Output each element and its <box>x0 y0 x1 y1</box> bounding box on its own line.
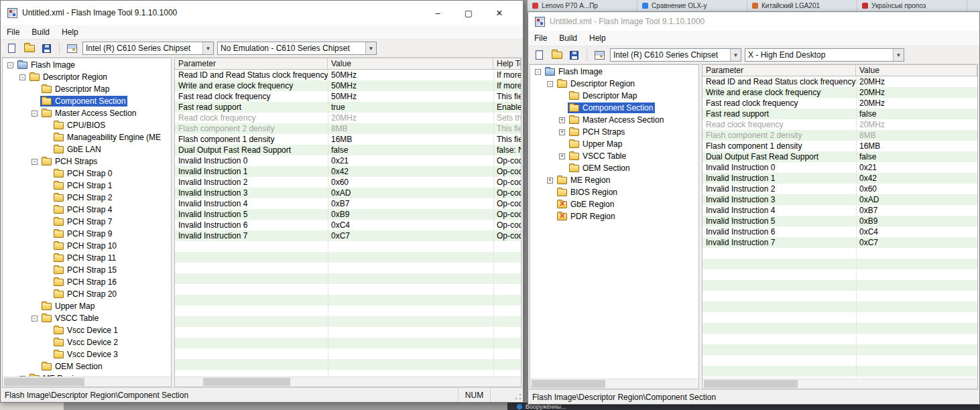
resize-grip[interactable] <box>513 388 523 402</box>
param-row-invalid-instruction-2[interactable]: Invalid Instruction 20x60Op-cod <box>175 177 521 188</box>
maximize-button[interactable]: ▢ <box>453 1 484 25</box>
tree-item-me-region[interactable]: +ME Region <box>531 174 698 186</box>
tree-item-descriptor-region[interactable]: -Descriptor Region <box>3 71 170 83</box>
param-row-invalid-instruction-2[interactable]: Invalid Instruction 20x60 <box>702 184 977 194</box>
tree-horizontal-scrollbar[interactable] <box>530 379 698 389</box>
open-file-button[interactable] <box>550 48 564 62</box>
menu-build[interactable]: Build <box>553 33 583 43</box>
tree-item-descriptor-map[interactable]: Descriptor Map <box>3 83 170 95</box>
column-header-value[interactable]: Value <box>856 65 977 76</box>
tree-item-pch-strap-7[interactable]: PCH Strap 7 <box>3 216 170 228</box>
collapse-icon[interactable]: - <box>32 159 38 165</box>
collapse-icon[interactable]: - <box>7 62 13 68</box>
param-row-read-id-and-read-status-clock-frequency[interactable]: Read ID and Read Status clock frequency5… <box>175 70 521 80</box>
tree-item-manageability-engine-me[interactable]: Manageability Engine (ME <box>3 131 170 143</box>
param-row-invalid-instruction-1[interactable]: Invalid Instruction 10x42Op-cod <box>175 166 521 177</box>
expand-icon[interactable]: + <box>559 153 565 159</box>
chipset-select[interactable]: Intel (R) C610 Series Chipset ▼ <box>82 42 214 55</box>
param-row-invalid-instruction-5[interactable]: Invalid Instruction 50xB9Op-cod <box>175 209 521 220</box>
param-row-fast-read-clock-frequency[interactable]: Fast read clock frequency20MHz <box>702 98 977 109</box>
param-row-flash-component-1-density[interactable]: Flash component 1 density16MB <box>702 141 977 151</box>
param-row-write-and-erase-clock-frequency[interactable]: Write and erase clock frequency20MHz <box>702 87 977 98</box>
menu-help[interactable]: Help <box>56 27 84 37</box>
expand-icon[interactable]: + <box>547 178 553 184</box>
collapse-icon[interactable]: - <box>535 69 541 75</box>
param-row-read-id-and-read-status-clock-frequency[interactable]: Read ID and Read Status clock frequency2… <box>702 76 977 87</box>
browser-tab-lga201[interactable]: Китайский LGA201 <box>747 0 857 11</box>
tree-item-vscc-table[interactable]: +VSCC Table <box>531 150 698 162</box>
new-file-button[interactable] <box>5 42 19 55</box>
tree-item-component-section[interactable]: Component Section <box>531 102 698 114</box>
column-header-value[interactable]: Value <box>328 58 493 69</box>
chevron-down-icon[interactable]: ▼ <box>365 42 376 54</box>
open-file-button[interactable] <box>22 42 36 55</box>
param-row-read-clock-frequency[interactable]: Read clock frequency20MHz <box>702 119 977 130</box>
minimize-button[interactable]: – <box>422 1 453 25</box>
param-row-invalid-instruction-7[interactable]: Invalid Instruction 70xC7 <box>702 237 977 248</box>
tree-item-bios-region[interactable]: BIOS Region <box>531 186 698 198</box>
tree-item-master-access-section[interactable]: -Master Access Section <box>3 107 170 119</box>
tree-item-pch-straps[interactable]: +PCH Straps <box>531 126 698 138</box>
build-image-button[interactable] <box>593 48 607 62</box>
emulation-select[interactable]: X - High End Desktop ▼ <box>745 48 904 62</box>
menu-file[interactable]: File <box>1 27 25 37</box>
titlebar[interactable]: Untitled.xml - Flash Image Tool 9.1.10.1… <box>528 12 979 31</box>
expand-icon[interactable]: + <box>559 117 565 123</box>
tree-item-pch-strap-11[interactable]: PCH Strap 11 <box>3 252 170 264</box>
param-row-fast-read-support[interactable]: Fast read supportfalse <box>702 109 977 119</box>
tree-item-component-section[interactable]: Component Section <box>3 95 170 107</box>
menu-help[interactable]: Help <box>583 33 612 43</box>
save-button[interactable] <box>40 42 54 55</box>
param-row-invalid-instruction-6[interactable]: Invalid Instruction 60xC4Op-cod <box>175 220 521 230</box>
menu-build[interactable]: Build <box>25 27 56 37</box>
param-row-invalid-instruction-4[interactable]: Invalid Instruction 40xB7Op-cod <box>175 198 521 209</box>
tree-item-descriptor-map[interactable]: Descriptor Map <box>531 90 698 102</box>
param-row-invalid-instruction-0[interactable]: Invalid Instruction 00x21Op-cod <box>175 155 521 166</box>
tree-item-pch-strap-10[interactable]: PCH Strap 10 <box>3 240 170 252</box>
build-image-button[interactable] <box>65 42 79 55</box>
tree-item-vscc-device-1[interactable]: Vscc Device 1 <box>3 324 170 336</box>
collapse-icon[interactable]: - <box>32 111 38 117</box>
param-row-dual-output-fast-read-support[interactable]: Dual Output Fast Read Supportfalse <box>702 151 977 162</box>
tree-item-vscc-device-3[interactable]: Vscc Device 3 <box>3 348 170 360</box>
tree-item-oem-section[interactable]: OEM Section <box>531 162 698 174</box>
tree-item-upper-map[interactable]: Upper Map <box>531 138 698 150</box>
column-header-help[interactable]: Help Te <box>493 58 521 69</box>
param-row-invalid-instruction-4[interactable]: Invalid Instruction 40xB7 <box>702 205 977 216</box>
tree-item-pch-strap-4[interactable]: PCH Strap 4 <box>3 204 170 216</box>
tree-item-vscc-table[interactable]: -VSCC Table <box>3 312 170 324</box>
column-header-parameter[interactable]: Parameter <box>702 65 856 76</box>
param-row-flash-component-1-density[interactable]: Flash component 1 density16MBThis fie <box>175 134 521 145</box>
param-row-read-clock-frequency[interactable]: Read clock frequency20MHzSets th <box>175 113 521 123</box>
tree-item-pch-strap-0[interactable]: PCH Strap 0 <box>3 167 170 180</box>
new-file-button[interactable] <box>532 48 546 62</box>
param-row-dual-output-fast-read-support[interactable]: Dual Output Fast Read Supportfalsefalse:… <box>175 145 521 155</box>
chipset-select[interactable]: Intel (R) C610 Series Chipset ▼ <box>610 48 741 62</box>
browser-tab-lenovo-p70[interactable]: Lenovo P70 А...Пр <box>528 0 637 11</box>
tree-item-gbe-lan[interactable]: GbE LAN <box>3 143 170 155</box>
tree-item-vscc-device-2[interactable]: Vscc Device 2 <box>3 336 170 348</box>
browser-tab-[interactable]: Українські пропоз <box>857 0 967 11</box>
tree-item-cpu-bios[interactable]: CPU/BIOS <box>3 119 170 131</box>
tree-item-pdr-region[interactable]: ✕PDR Region <box>531 210 698 222</box>
param-row-fast-read-clock-frequency[interactable]: Fast read clock frequency50MHzThis fie <box>175 91 521 102</box>
emulation-select[interactable]: No Emulation - C610 Series Chipset ▼ <box>217 42 377 55</box>
param-row-invalid-instruction-3[interactable]: Invalid Instruction 30xAD <box>702 194 977 205</box>
chevron-down-icon[interactable]: ▼ <box>202 42 213 54</box>
tree-item-descriptor-region[interactable]: -Descriptor Region <box>531 78 698 90</box>
scrollbar-thumb[interactable] <box>4 378 84 386</box>
tree-item-pch-strap-20[interactable]: PCH Strap 20 <box>3 288 170 300</box>
scrollbar-thumb[interactable] <box>704 380 798 388</box>
close-button[interactable]: ✕ <box>484 1 515 25</box>
tree-horizontal-scrollbar[interactable] <box>3 377 171 387</box>
tree-item-gbe-region[interactable]: ✕GbE Region <box>531 198 698 210</box>
save-button[interactable] <box>567 48 581 62</box>
column-header-parameter[interactable]: Parameter <box>175 58 328 69</box>
param-row-flash-component-2-density[interactable]: Flash component 2 density8MBThis fie <box>175 123 521 134</box>
collapse-icon[interactable]: - <box>547 81 553 87</box>
param-row-invalid-instruction-5[interactable]: Invalid Instruction 50xB9 <box>702 216 977 226</box>
param-row-invalid-instruction-1[interactable]: Invalid Instruction 10x42 <box>702 173 977 184</box>
tree-item-flash-image[interactable]: -Flash Image <box>3 59 170 71</box>
param-row-invalid-instruction-7[interactable]: Invalid Instruction 70xC7Op-cod <box>175 230 521 241</box>
collapse-icon[interactable]: - <box>19 74 25 80</box>
